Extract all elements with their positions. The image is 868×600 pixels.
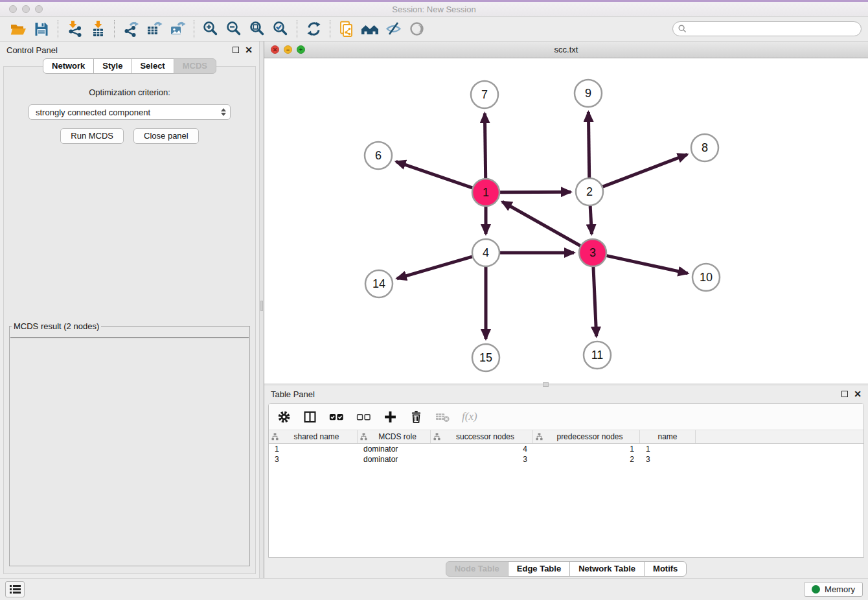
refresh-icon bbox=[305, 20, 323, 38]
graph-node-3[interactable]: 3 bbox=[579, 239, 606, 266]
node-label: 11 bbox=[591, 349, 604, 362]
graph-node-7[interactable]: 7 bbox=[471, 81, 498, 108]
graph-edge-1-7[interactable] bbox=[485, 113, 485, 178]
search-field[interactable] bbox=[672, 21, 862, 36]
graph-node-10[interactable]: 10 bbox=[692, 264, 720, 291]
select-stepper-icon bbox=[221, 108, 226, 116]
tab-motifs[interactable]: Motifs bbox=[644, 561, 687, 577]
node-label: 2 bbox=[586, 185, 593, 198]
graph-edge-3-10[interactable] bbox=[606, 256, 687, 273]
select-all-icon bbox=[328, 410, 345, 424]
table-cell[interactable]: dominator bbox=[358, 454, 431, 465]
tab-node-table[interactable]: Node Table bbox=[446, 561, 508, 577]
zoom-out-button[interactable] bbox=[222, 19, 246, 40]
optimization-criterion-select[interactable]: strongly connected component bbox=[29, 104, 231, 120]
table-cell[interactable]: 1 bbox=[640, 444, 696, 454]
graph-edge-3-1[interactable] bbox=[502, 202, 580, 246]
deselect-all-button[interactable] bbox=[356, 410, 372, 424]
tab-style[interactable]: Style bbox=[93, 58, 131, 74]
network-canvas[interactable]: 7968124314101511 bbox=[264, 58, 868, 384]
node-label: 7 bbox=[481, 88, 488, 101]
table-empty-area[interactable] bbox=[269, 465, 863, 557]
graph-node-15[interactable]: 15 bbox=[472, 344, 499, 371]
zoom-in-button[interactable] bbox=[199, 19, 222, 40]
table-cell[interactable]: 3 bbox=[431, 454, 533, 465]
graph-edge-1-6[interactable] bbox=[396, 161, 472, 187]
import-network-button[interactable] bbox=[63, 19, 86, 40]
import-table-button[interactable] bbox=[86, 19, 109, 40]
close-panel-button[interactable]: Close panel bbox=[133, 128, 199, 144]
table-cell[interactable]: 3 bbox=[269, 454, 358, 465]
graph-edge-2-8[interactable] bbox=[603, 154, 687, 187]
vertical-splitter[interactable] bbox=[259, 41, 264, 578]
network-maximize-icon[interactable]: + bbox=[297, 45, 305, 54]
refresh-view-button[interactable] bbox=[302, 19, 325, 40]
delete-row-button[interactable] bbox=[409, 410, 424, 424]
table-cell[interactable]: 1 bbox=[269, 444, 358, 454]
open-session-button[interactable] bbox=[6, 19, 30, 40]
splitter-handle[interactable] bbox=[543, 382, 549, 387]
graph-node-11[interactable]: 11 bbox=[584, 341, 611, 369]
graph-node-8[interactable]: 8 bbox=[691, 134, 718, 161]
hide-selected-button[interactable] bbox=[382, 19, 405, 40]
graph-edge-4-14[interactable] bbox=[397, 257, 472, 279]
task-history-button[interactable] bbox=[5, 581, 25, 597]
float-panel-icon[interactable] bbox=[841, 391, 848, 397]
table-cell[interactable]: 4 bbox=[431, 444, 533, 454]
column-header-shared-name[interactable]: shared name bbox=[269, 430, 358, 443]
table-cell[interactable]: 1 bbox=[533, 444, 640, 454]
column-header-successor-nodes[interactable]: successor nodes bbox=[431, 430, 533, 443]
tab-edge-table[interactable]: Edge Table bbox=[508, 561, 570, 577]
search-input[interactable] bbox=[690, 25, 856, 34]
table-cell[interactable]: 3 bbox=[640, 454, 696, 465]
column-header-predecessor-nodes[interactable]: predecessor nodes bbox=[533, 430, 640, 443]
export-image-button[interactable] bbox=[166, 19, 189, 40]
float-panel-icon[interactable] bbox=[233, 47, 239, 53]
column-header-MCDS-role[interactable]: MCDS role bbox=[358, 430, 431, 443]
function-builder-button[interactable]: f(x) bbox=[462, 410, 477, 423]
export-network-button[interactable] bbox=[119, 19, 143, 40]
graph-edge-2-3[interactable] bbox=[590, 206, 591, 234]
graph-node-4[interactable]: 4 bbox=[472, 239, 499, 266]
mcds-result-box[interactable]: 13 bbox=[10, 337, 249, 338]
column-header-name[interactable]: name bbox=[640, 430, 696, 443]
tab-network-table[interactable]: Network Table bbox=[569, 561, 645, 577]
graph-node-1[interactable]: 1 bbox=[472, 179, 499, 206]
save-session-button[interactable] bbox=[30, 19, 53, 40]
clone-network-button[interactable] bbox=[335, 19, 358, 40]
graph-node-14[interactable]: 14 bbox=[365, 270, 393, 297]
show-all-button[interactable] bbox=[405, 19, 428, 40]
graph-node-2[interactable]: 2 bbox=[576, 178, 603, 205]
add-column-button[interactable] bbox=[383, 410, 398, 424]
show-hide-panels-button[interactable] bbox=[358, 19, 382, 40]
tab-select[interactable]: Select bbox=[131, 58, 174, 74]
horizontal-splitter[interactable] bbox=[264, 384, 868, 386]
network-close-icon[interactable]: ✕ bbox=[271, 45, 279, 54]
table-row[interactable]: 3dominator323 bbox=[269, 454, 863, 465]
table-cell[interactable]: 2 bbox=[533, 454, 640, 465]
zoom-fit-button[interactable] bbox=[246, 19, 269, 40]
graph-edge-1-2[interactable] bbox=[500, 192, 571, 192]
table-cell[interactable]: dominator bbox=[358, 444, 431, 454]
export-table-button[interactable] bbox=[143, 19, 166, 40]
network-graph[interactable]: 7968124314101511 bbox=[264, 58, 868, 382]
close-panel-icon[interactable]: ✕ bbox=[245, 47, 253, 53]
graph-node-9[interactable]: 9 bbox=[575, 80, 602, 107]
table-row[interactable]: 1dominator411 bbox=[269, 444, 863, 454]
splitter-handle[interactable] bbox=[260, 301, 263, 311]
graph-node-6[interactable]: 6 bbox=[365, 142, 392, 169]
memory-button[interactable]: Memory bbox=[804, 582, 863, 597]
graph-edge-3-11[interactable] bbox=[593, 267, 597, 336]
select-all-button[interactable] bbox=[328, 410, 345, 424]
table-panel-title: Table Panel bbox=[271, 389, 315, 399]
tab-network[interactable]: Network bbox=[43, 58, 94, 74]
network-minimize-icon[interactable]: − bbox=[284, 45, 292, 54]
table-settings-button[interactable] bbox=[277, 410, 291, 424]
delete-column-button[interactable] bbox=[435, 410, 451, 424]
zoom-selected-button[interactable] bbox=[269, 19, 292, 40]
close-panel-icon[interactable]: ✕ bbox=[854, 391, 862, 397]
run-mcds-button[interactable]: Run MCDS bbox=[60, 128, 124, 144]
show-columns-button[interactable] bbox=[303, 410, 317, 424]
tab-mcds[interactable]: MCDS bbox=[174, 58, 216, 74]
graph-edge-2-9[interactable] bbox=[588, 112, 589, 178]
